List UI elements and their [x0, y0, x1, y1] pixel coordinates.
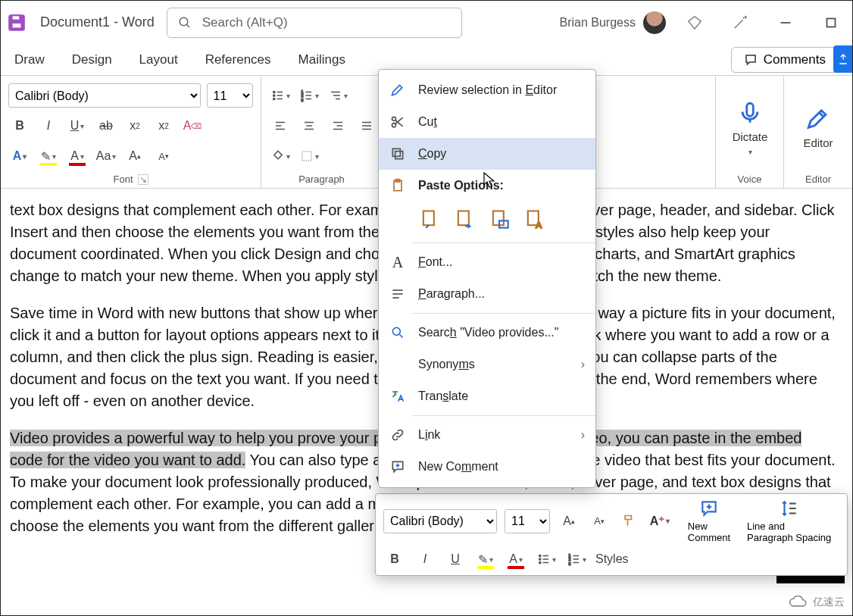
- cm-copy[interactable]: Copy: [379, 138, 595, 170]
- strikethrough-button[interactable]: ab: [95, 114, 117, 137]
- svg-point-62: [539, 558, 540, 560]
- svg-text:A: A: [536, 220, 542, 230]
- multilevel-list-button[interactable]: ▾: [327, 84, 349, 107]
- pen-sparkle-icon[interactable]: [723, 14, 757, 31]
- mini-format-painter[interactable]: [618, 510, 641, 533]
- superscript-button[interactable]: x2: [152, 114, 175, 137]
- paste-text-only-button[interactable]: A: [521, 206, 547, 232]
- font-dialog-launcher[interactable]: ↘: [138, 174, 148, 185]
- comments-button[interactable]: Comments: [731, 47, 839, 73]
- svg-point-3: [180, 17, 188, 26]
- svg-text:3: 3: [301, 98, 303, 102]
- document-title: Document1 - Word: [40, 14, 155, 30]
- mini-new-comment[interactable]: NewComment: [679, 499, 739, 543]
- tab-layout[interactable]: Layout: [139, 52, 178, 67]
- shading-button[interactable]: ▾: [269, 145, 292, 167]
- svg-rect-35: [302, 152, 311, 161]
- shrink-font-button[interactable]: A▾: [152, 145, 175, 167]
- cm-translate[interactable]: Translate: [379, 380, 595, 412]
- watermark: 亿速云: [789, 596, 845, 609]
- align-right-button[interactable]: [327, 114, 349, 137]
- search-box[interactable]: Search (Alt+Q): [167, 8, 462, 38]
- mini-styles[interactable]: Styles: [595, 548, 629, 571]
- cloud-icon: [789, 596, 808, 609]
- dictate-button[interactable]: Dictate ▾: [723, 82, 776, 174]
- cm-review-editor[interactable]: Review selection in Editor: [379, 74, 595, 106]
- avatar: [643, 11, 666, 34]
- tab-references[interactable]: References: [205, 52, 271, 67]
- mini-grow-font[interactable]: A▴: [558, 510, 580, 533]
- underline-button[interactable]: U▾: [66, 114, 89, 137]
- share-button[interactable]: [833, 45, 853, 73]
- bullets-button[interactable]: ▾: [269, 84, 292, 107]
- paragraph-group: ▾ 123▾ ▾ ▾ ▾ Paragraph: [261, 76, 383, 188]
- minimize-icon[interactable]: [769, 14, 802, 31]
- search-placeholder: Search (Alt+Q): [202, 15, 288, 30]
- mini-bold[interactable]: B: [383, 548, 406, 571]
- mini-highlight[interactable]: ✎▾: [474, 548, 497, 571]
- voice-group: Dictate ▾ Voice: [716, 76, 784, 188]
- align-left-button[interactable]: [269, 114, 292, 137]
- save-icon[interactable]: [5, 11, 28, 34]
- align-center-button[interactable]: [298, 114, 320, 137]
- mini-toolbar: Calibri (Body) 11 A▴ A▾ A⁺▾ NewComment L…: [375, 493, 848, 576]
- cm-new-comment[interactable]: New Comment: [379, 451, 595, 483]
- paragraph-icon: [389, 286, 406, 302]
- change-case-button[interactable]: Aa▾: [95, 145, 117, 167]
- highlight-button[interactable]: ✎▾: [37, 145, 60, 167]
- cm-search[interactable]: Search "Video provides...": [379, 317, 595, 349]
- mini-font-combo[interactable]: Calibri (Body): [383, 509, 497, 533]
- tab-draw[interactable]: Draw: [14, 52, 45, 67]
- paragraph-group-label: Paragraph: [298, 174, 345, 185]
- maximize-icon[interactable]: [814, 14, 848, 31]
- mini-line-spacing[interactable]: Line andParagraph Spacing: [747, 499, 831, 543]
- numbering-button[interactable]: 123▾: [298, 84, 320, 107]
- font-a-icon: A: [389, 254, 406, 271]
- justify-button[interactable]: [355, 114, 378, 137]
- context-menu: Review selection in Editor Cut Copy Past…: [378, 69, 596, 488]
- svg-line-53: [400, 335, 403, 338]
- font-color-button[interactable]: A▾: [66, 145, 89, 167]
- mini-shrink-font[interactable]: A▾: [588, 510, 611, 533]
- mini-styles-icon[interactable]: A⁺▾: [648, 510, 671, 533]
- diamond-icon[interactable]: [678, 14, 711, 31]
- new-comment-icon: [389, 459, 406, 474]
- mini-size-combo[interactable]: 11: [505, 509, 550, 533]
- mini-bullets[interactable]: ▾: [535, 548, 558, 571]
- svg-point-61: [539, 555, 540, 556]
- svg-rect-40: [392, 149, 400, 156]
- clear-formatting-button[interactable]: A⌫: [181, 114, 204, 137]
- borders-button[interactable]: ▾: [298, 145, 320, 167]
- cm-link[interactable]: Link ›: [379, 419, 595, 451]
- tab-design[interactable]: Design: [72, 52, 112, 67]
- translate-icon: [389, 389, 406, 404]
- cm-cut[interactable]: Cut: [379, 106, 595, 138]
- editor-button[interactable]: Editor: [792, 82, 845, 174]
- svg-rect-45: [493, 211, 504, 226]
- svg-point-9: [273, 95, 274, 96]
- mini-italic[interactable]: I: [414, 548, 436, 571]
- svg-rect-44: [458, 211, 469, 226]
- user-account[interactable]: Brian Burgess: [560, 11, 667, 34]
- cm-font[interactable]: A Font...: [379, 246, 595, 278]
- paste-picture-button[interactable]: [486, 206, 512, 232]
- font-size-combo[interactable]: 11: [207, 83, 253, 108]
- mini-font-color[interactable]: A▾: [505, 548, 527, 571]
- title-bar: Document1 - Word Search (Alt+Q) Brian Bu…: [1, 1, 852, 45]
- mini-underline[interactable]: U: [444, 548, 467, 571]
- cm-paragraph[interactable]: Paragraph...: [379, 278, 595, 310]
- cm-synonyms[interactable]: Synonyms ›: [379, 349, 595, 380]
- font-name-combo[interactable]: Calibri (Body): [8, 83, 201, 108]
- paste-keep-source-button[interactable]: [417, 206, 442, 232]
- grow-font-button[interactable]: A▴: [123, 145, 146, 167]
- svg-point-8: [273, 91, 274, 92]
- paste-merge-button[interactable]: [451, 206, 477, 232]
- subscript-button[interactable]: x2: [123, 114, 146, 137]
- mini-numbering[interactable]: 123▾: [565, 548, 588, 571]
- tab-mailings[interactable]: Mailings: [298, 52, 345, 67]
- text-effects-button[interactable]: A▾: [8, 145, 31, 167]
- scissors-icon: [389, 114, 406, 130]
- italic-button[interactable]: I: [37, 114, 60, 137]
- bold-button[interactable]: B: [8, 114, 31, 137]
- svg-point-52: [392, 327, 400, 335]
